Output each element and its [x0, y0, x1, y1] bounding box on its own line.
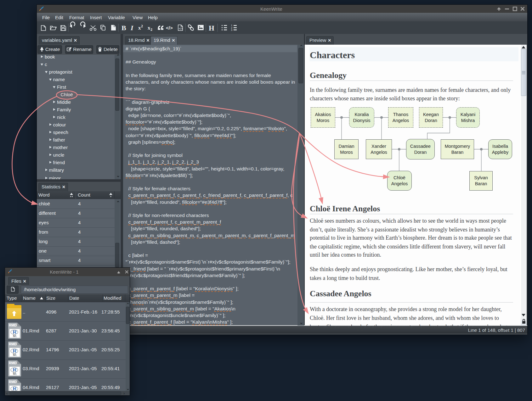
svg-text:I: I: [130, 24, 134, 32]
svg-text:H: H: [209, 24, 214, 32]
svg-text:2: 2: [141, 24, 143, 28]
svg-text:</>: </>: [179, 27, 183, 30]
svg-text:2: 2: [150, 27, 152, 32]
svg-text:B: B: [122, 24, 126, 32]
svg-text:1: 1: [231, 24, 232, 26]
svg-text:x: x: [148, 25, 150, 31]
svg-text:3: 3: [231, 29, 232, 31]
svg-text:x: x: [138, 25, 141, 31]
svg-text:2: 2: [231, 27, 232, 29]
svg-text:</>: </>: [166, 25, 173, 31]
